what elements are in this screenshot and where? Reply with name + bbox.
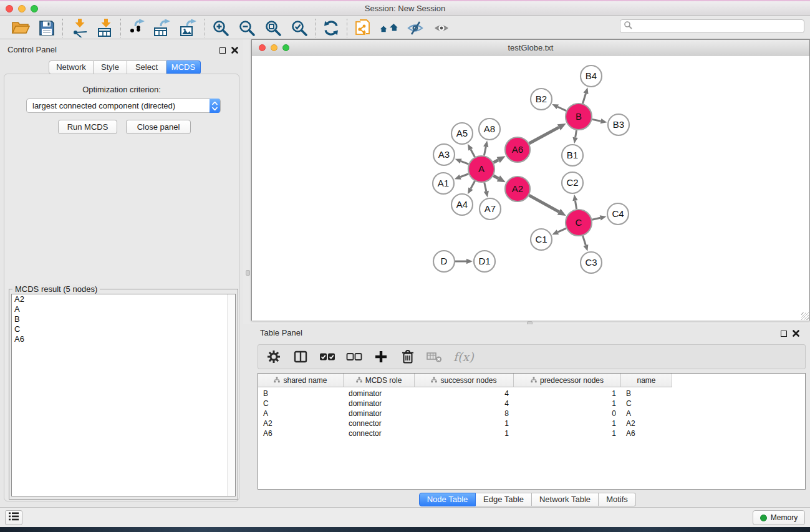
graph-node-A[interactable]: A (468, 156, 494, 182)
cell-successor-nodes[interactable]: 4 (415, 389, 514, 399)
graph-edge-A-A8[interactable] (484, 147, 486, 155)
search-field[interactable] (620, 19, 804, 33)
graph-edge-A-A4[interactable] (471, 181, 475, 188)
mcds-result-list[interactable]: A2ABCA6 (11, 294, 236, 496)
graph-edge-C-C1[interactable] (557, 228, 566, 232)
close-panel-button[interactable]: Close panel (126, 120, 191, 134)
graph-node-B4[interactable]: B4 (581, 65, 602, 87)
graph-node-D1[interactable]: D1 (474, 251, 495, 272)
result-item[interactable]: B (12, 314, 235, 324)
graph-edge-C-C2[interactable] (575, 201, 576, 210)
cell-predecessor-nodes[interactable]: 1 (514, 428, 621, 438)
graph-edge-A6-B[interactable] (529, 127, 559, 143)
tab-network-table[interactable]: Network Table (532, 493, 599, 506)
first-neighbors-icon[interactable] (379, 19, 399, 37)
cell-MCDS-role[interactable]: connector (344, 428, 415, 438)
column-header-name[interactable]: name (621, 374, 672, 387)
table-row[interactable]: Adominator80A (258, 409, 672, 418)
graph-node-D[interactable]: D (433, 251, 455, 272)
minimize-window-icon[interactable] (18, 5, 26, 12)
tab-motifs[interactable]: Motifs (599, 493, 636, 506)
tab-edge-table[interactable]: Edge Table (476, 493, 532, 506)
cell-shared-name[interactable]: A6 (258, 428, 344, 438)
cell-MCDS-role[interactable]: dominator (344, 409, 415, 418)
zoom-out-icon[interactable] (237, 19, 257, 37)
cell-MCDS-role[interactable]: connector (344, 418, 415, 428)
graph-edge-A-A2[interactable] (493, 176, 498, 178)
graph-node-C3[interactable]: C3 (581, 252, 602, 273)
cell-MCDS-role[interactable]: dominator (344, 389, 415, 399)
network-canvas[interactable]: B4B2BB3A5A8A6B1A3AA1C2A2A4A7C4CC1C3DD1 (252, 56, 809, 321)
graph-edge-C-C3[interactable] (583, 236, 586, 245)
memory-button[interactable]: Memory (753, 510, 805, 525)
cell-successor-nodes[interactable]: 1 (415, 418, 514, 428)
graph-edge-B-B2[interactable] (557, 107, 566, 110)
import-table-icon[interactable] (95, 19, 115, 37)
table-row[interactable]: A6connector11A6 (258, 428, 672, 438)
tab-select[interactable]: Select (127, 60, 166, 74)
run-mcds-button[interactable]: Run MCDS (58, 120, 117, 134)
cell-predecessor-nodes[interactable]: 1 (514, 399, 621, 409)
net-maximize-icon[interactable] (282, 44, 289, 51)
save-session-icon[interactable] (37, 19, 57, 37)
graph-edge-A-A5[interactable] (471, 149, 475, 157)
tab-network[interactable]: Network (49, 60, 94, 74)
graph-edge-C-C4[interactable] (592, 218, 600, 220)
result-item[interactable]: C (12, 324, 235, 334)
graph-node-A6[interactable]: A6 (505, 137, 530, 162)
cell-successor-nodes[interactable]: 1 (415, 428, 514, 438)
table-close-panel-icon[interactable] (793, 328, 799, 339)
node-table[interactable]: shared nameMCDS rolesuccessor nodesprede… (258, 373, 806, 490)
hide-selection-icon[interactable] (405, 19, 425, 37)
cell-predecessor-nodes[interactable]: 1 (514, 418, 621, 428)
graph-node-A1[interactable]: A1 (433, 173, 454, 194)
table-settings-icon[interactable] (266, 349, 282, 365)
open-session-icon[interactable] (11, 19, 31, 37)
graph-edge-B-B1[interactable] (576, 130, 577, 138)
tab-mcds[interactable]: MCDS (166, 60, 201, 74)
result-item[interactable]: A2 (12, 294, 235, 304)
graph-edge-A-A7[interactable] (485, 182, 486, 191)
graph-node-B1[interactable]: B1 (562, 145, 583, 166)
cell-predecessor-nodes[interactable]: 1 (514, 389, 621, 399)
graph-node-A2[interactable]: A2 (505, 177, 530, 201)
graph-node-B2[interactable]: B2 (531, 89, 552, 110)
graph-node-A8[interactable]: A8 (479, 118, 500, 140)
graph-node-B3[interactable]: B3 (608, 114, 629, 135)
show-hidden-icon[interactable] (432, 19, 451, 37)
graph-edge-B-B4[interactable] (582, 94, 586, 104)
graph-edge-A-A3[interactable] (461, 161, 468, 164)
graph-edge-B-B3[interactable] (592, 119, 601, 121)
cell-name[interactable]: A (621, 409, 672, 418)
dropdown-stepper-icon[interactable] (210, 99, 220, 113)
close-panel-icon[interactable] (231, 45, 238, 56)
delete-column-icon[interactable] (400, 349, 416, 365)
cell-shared-name[interactable]: C (258, 399, 344, 409)
zoom-selected-icon[interactable] (289, 19, 309, 37)
cell-shared-name[interactable]: A (258, 409, 344, 418)
select-all-check-icon[interactable] (319, 349, 335, 365)
criterion-dropdown[interactable]: largest connected component (directed) (26, 99, 221, 113)
graph-node-C4[interactable]: C4 (607, 203, 629, 225)
table-row[interactable]: Cdominator41C (258, 399, 672, 409)
cell-shared-name[interactable]: B (258, 389, 344, 399)
cell-name[interactable]: C (621, 399, 672, 409)
search-input[interactable] (632, 21, 804, 32)
cell-successor-nodes[interactable]: 8 (415, 409, 514, 418)
cell-name[interactable]: A2 (621, 418, 672, 428)
graph-edge-A2-C[interactable] (529, 195, 559, 211)
table-float-panel-icon[interactable] (781, 331, 787, 337)
graph-node-A3[interactable]: A3 (433, 144, 455, 165)
float-panel-icon[interactable] (219, 47, 226, 54)
result-scrollbar[interactable] (227, 294, 235, 496)
column-header-MCDS-role[interactable]: MCDS role (344, 374, 415, 387)
net-close-icon[interactable] (259, 44, 266, 51)
cell-MCDS-role[interactable]: dominator (344, 399, 415, 409)
task-history-button[interactable] (5, 510, 22, 525)
graph-node-C1[interactable]: C1 (531, 229, 552, 250)
result-item[interactable]: A6 (12, 334, 235, 344)
import-network-icon[interactable] (69, 19, 89, 37)
net-minimize-icon[interactable] (271, 44, 277, 51)
deselect-all-check-icon[interactable] (346, 349, 362, 365)
column-header-shared-name[interactable]: shared name (258, 374, 344, 387)
